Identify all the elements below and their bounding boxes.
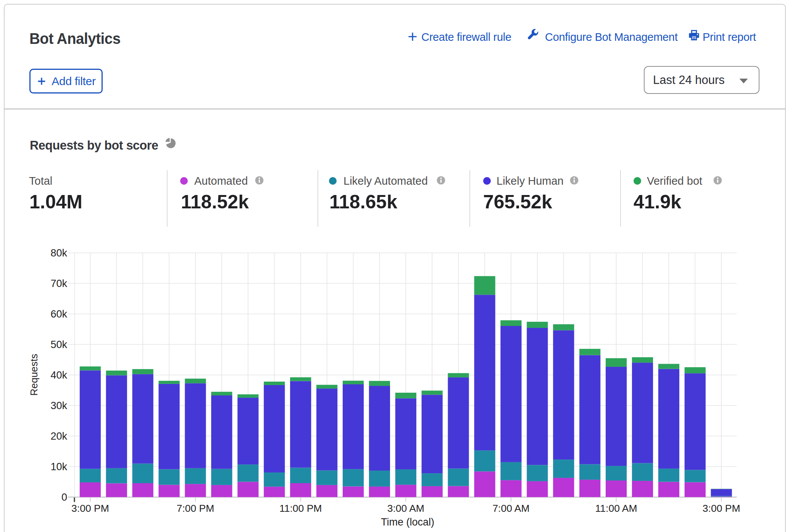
svg-text:60k: 60k — [50, 308, 67, 320]
svg-text:70k: 70k — [50, 278, 67, 289]
svg-text:30k: 30k — [50, 400, 67, 411]
svg-text:11:00 AM: 11:00 AM — [595, 503, 637, 514]
svg-text:7:00 AM: 7:00 AM — [492, 503, 529, 514]
svg-text:11:00 PM: 11:00 PM — [279, 503, 322, 514]
svg-text:10k: 10k — [50, 461, 67, 472]
svg-text:3:00 PM: 3:00 PM — [703, 503, 740, 514]
svg-text:50k: 50k — [50, 339, 67, 350]
svg-text:Time (local): Time (local) — [381, 516, 434, 528]
svg-text:0: 0 — [61, 492, 67, 503]
svg-text:3:00 PM: 3:00 PM — [71, 503, 109, 514]
svg-text:80k: 80k — [50, 247, 67, 259]
svg-text:40k: 40k — [50, 369, 67, 381]
svg-text:Requests: Requests — [28, 354, 40, 396]
svg-text:7:00 PM: 7:00 PM — [177, 503, 214, 514]
svg-text:20k: 20k — [50, 430, 67, 442]
svg-text:3:00 AM: 3:00 AM — [387, 503, 424, 514]
